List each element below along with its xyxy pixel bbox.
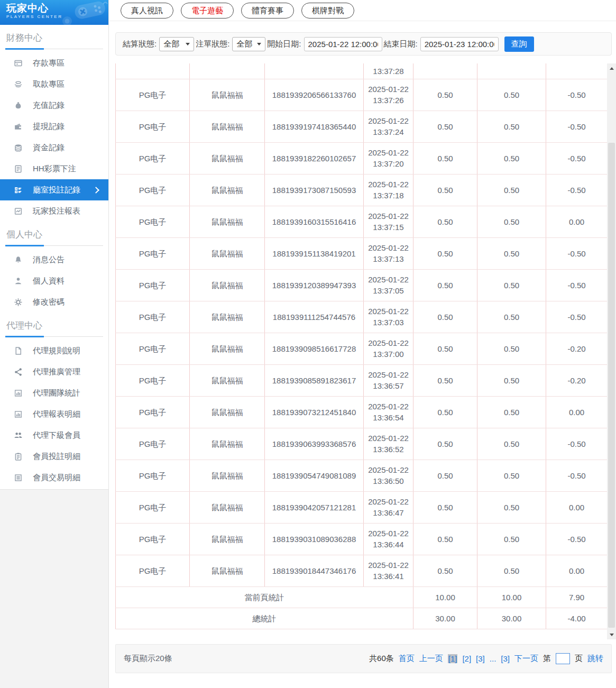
sidebar-item-member-bet-detail[interactable]: 會員投註明細 — [0, 446, 108, 467]
tab-live-casino[interactable]: 真人視訊 — [121, 3, 173, 19]
sidebar-header: 玩家中心 PLAYERS CENTER — [0, 0, 108, 25]
cell-order-no: 1881939173087150593 — [265, 174, 364, 206]
total-count-text: 共60条 — [369, 654, 394, 664]
cell-bet-amount: 0.50 — [413, 269, 477, 301]
settle-status-select[interactable]: 全部 — [159, 37, 194, 51]
sidebar-list-agent: 代理規則說明 代理推廣管理 代理團隊統計 代理報表明細 — [0, 340, 108, 488]
sidebar-item-recharge-records[interactable]: 充值記錄 — [0, 95, 108, 116]
cell-bet-time: 2025-01-22 13:37:24 — [364, 111, 413, 142]
sidebar-item-label: 會員投註明細 — [33, 452, 80, 462]
sidebar-item-withdraw[interactable]: 取款專區 — [0, 74, 108, 95]
pagination-first-link[interactable]: 首页 — [399, 654, 415, 664]
cell-valid-bet: 0.50 — [477, 79, 546, 111]
sidebar-item-room-bet-records[interactable]: 廳室投註記錄 — [0, 179, 108, 200]
cell-valid-bet: 0.50 — [477, 396, 546, 428]
sidebar-item-deposit[interactable]: 存款專區 — [0, 52, 108, 74]
sidebar-item-fund-records[interactable]: 資金記錄 — [0, 137, 108, 158]
sidebar-item-agent-report-detail[interactable]: 代理報表明細 — [0, 403, 108, 425]
file-icon — [14, 346, 23, 355]
sidebar-item-change-password[interactable]: 修改密碼 — [0, 291, 108, 313]
sidebar-item-lottery-bets[interactable]: HH彩票下注 — [0, 158, 108, 179]
search-button[interactable]: 查詢 — [504, 36, 534, 52]
sidebar-list-personal: 消息公告 個人資料 修改密碼 — [0, 249, 108, 313]
cell-bet-time: 2025-01-22 13:37:05 — [364, 269, 413, 301]
share-icon — [14, 368, 23, 377]
cell-game: 鼠鼠福福 — [190, 428, 265, 460]
cell-game: 鼠鼠福福 — [190, 333, 265, 364]
recharge-icon — [14, 101, 23, 110]
pagination-next-link[interactable]: 下一页 — [514, 654, 538, 664]
sidebar-item-announcements[interactable]: 消息公告 — [0, 249, 108, 270]
sidebar-item-label: 取款專區 — [33, 79, 65, 89]
cell-valid-bet: 0.50 — [477, 364, 546, 396]
order-status-select[interactable]: 全部 — [232, 37, 265, 51]
cell-order-no: 1881939031089036288 — [265, 523, 364, 555]
cell-platform: PG电子 — [116, 142, 190, 174]
table-row: PG电子 鼠鼠福福 1881939054749081089 2025-01-22… — [116, 460, 608, 491]
sidebar-item-agent-rules[interactable]: 代理規則說明 — [0, 340, 108, 361]
table-row-partial: 13:37:28 — [116, 63, 608, 79]
cell-game: 鼠鼠福福 — [190, 523, 265, 555]
sidebar-item-member-transaction-detail[interactable]: 會員交易明細 — [0, 467, 108, 488]
cell-win-loss: -0.50 — [546, 428, 608, 460]
end-date-input[interactable] — [420, 37, 499, 51]
cell-order-no: 1881939206566133760 — [265, 79, 364, 111]
goto-suffix-text: 页 — [575, 654, 583, 664]
table-row: PG电子 鼠鼠福福 1881939120389947393 2025-01-22… — [116, 269, 608, 301]
cell-game: 鼠鼠福福 — [190, 174, 265, 206]
deposit-icon — [14, 59, 23, 68]
cell-order-no: 1881939160315516416 — [265, 206, 364, 237]
summary-row-current-page: 當前頁統計 10.00 10.00 7.90 — [116, 586, 608, 608]
tab-board-games[interactable]: 棋牌對戰 — [301, 3, 354, 19]
cell-game: 鼠鼠福福 — [190, 396, 265, 428]
pagination-prev-link[interactable]: 上一页 — [419, 654, 443, 664]
chevron-right-icon — [93, 187, 99, 194]
sidebar-item-agent-team-stats[interactable]: 代理團隊統計 — [0, 382, 108, 403]
goto-jump-button[interactable]: 跳转 — [587, 654, 603, 664]
table-row: PG电子 鼠鼠福福 1881939063993368576 2025-01-22… — [116, 428, 608, 460]
scroll-down-arrow[interactable] — [607, 630, 616, 639]
cell-win-loss: -0.50 — [546, 301, 608, 333]
pagination-page-3[interactable]: [3] — [476, 654, 485, 663]
sidebar-list-finance: 存款專區 取款專區 充值記錄 提現記錄 — [0, 52, 108, 222]
pagination-page-1[interactable]: [1] — [448, 654, 458, 663]
sidebar-filler — [0, 490, 109, 688]
cell-platform: PG电子 — [116, 364, 190, 396]
pagination-page-last[interactable]: [3] — [501, 654, 510, 663]
vertical-scrollbar[interactable] — [607, 63, 616, 639]
cell-bet-time: 2025-01-22 13:36:54 — [364, 396, 413, 428]
summary-label: 當前頁統計 — [116, 586, 413, 608]
sidebar-item-label: 代理報表明細 — [33, 409, 80, 419]
start-date-label: 開始日期: — [267, 39, 301, 49]
sidebar-item-agent-promotion[interactable]: 代理推廣管理 — [0, 361, 108, 382]
cell-win-loss: -0.50 — [546, 79, 608, 111]
goto-page-input[interactable] — [556, 653, 570, 664]
cell-valid-bet: 0.50 — [477, 301, 546, 333]
players-center-app: 玩家中心 PLAYERS CENTER — [0, 0, 616, 688]
cell-bet-time: 2025-01-22 13:37:26 — [364, 79, 413, 111]
end-date-label: 結束日期: — [384, 39, 418, 49]
scrollbar-thumb[interactable] — [608, 143, 615, 628]
pagination-ellipsis: ... — [490, 654, 497, 663]
chart-icon — [14, 389, 23, 398]
pagination-page-2[interactable]: [2] — [462, 654, 471, 663]
page-size-text: 每頁顯示20條 — [124, 654, 172, 664]
cell-bet-amount: 0.50 — [413, 111, 477, 142]
scroll-up-arrow[interactable] — [607, 64, 616, 72]
sidebar-section-agent: 代理中心 — [5, 318, 103, 337]
table-row: PG电子 鼠鼠福福 1881939206566133760 2025-01-22… — [116, 79, 608, 111]
cell-bet-amount: 0.50 — [413, 79, 477, 111]
sidebar-item-player-bet-report[interactable]: 玩家投注報表 — [0, 200, 108, 222]
cell-win-loss: 0.00 — [546, 491, 608, 523]
sidebar-item-withdraw-records[interactable]: 提現記錄 — [0, 116, 108, 137]
tab-sports[interactable]: 體育賽事 — [241, 3, 294, 19]
cell-order-no: 1881939042057121281 — [265, 491, 364, 523]
cell-win-loss: 0.00 — [546, 555, 608, 586]
cell-bet-amount: 0.50 — [413, 523, 477, 555]
settle-status-label: 結算狀態: — [123, 39, 157, 49]
sidebar-item-agent-downline[interactable]: 代理下級會員 — [0, 425, 108, 446]
sidebar-item-profile[interactable]: 個人資料 — [0, 270, 108, 291]
cell-bet-amount — [413, 63, 477, 79]
start-date-input[interactable] — [304, 37, 382, 51]
tab-electronic-games[interactable]: 電子遊藝 — [181, 3, 234, 19]
